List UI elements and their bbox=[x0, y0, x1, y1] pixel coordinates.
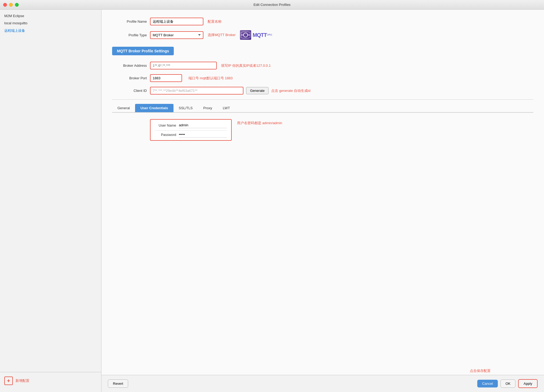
broker-address-label: Broker Address bbox=[112, 64, 147, 68]
sidebar-item-remote-device[interactable]: 远程端上设备 bbox=[0, 27, 101, 35]
traffic-lights bbox=[3, 3, 19, 7]
content-area: Profile Name 配置名称 Profile Type MQTT Brok… bbox=[101, 10, 544, 392]
broker-address-input[interactable] bbox=[150, 62, 217, 69]
broker-address-row: Broker Address 填写IP 你的真实IP或者127.0.0.1 bbox=[112, 62, 533, 69]
bottom-bar: Revert Cancel OK Apply bbox=[101, 375, 544, 392]
credentials-annotation: 用户名密码都是 admin/admin bbox=[237, 121, 282, 126]
add-profile-label: 新增配置 bbox=[15, 378, 29, 383]
cancel-button[interactable]: Cancel bbox=[477, 380, 498, 387]
broker-port-annotation: 端口号 mqtt默认端口号 1883 bbox=[188, 76, 232, 81]
profile-type-label: Profile Type bbox=[112, 33, 147, 37]
tab-lwt[interactable]: LWT bbox=[218, 104, 235, 112]
generate-annotation: 点击 generate 自动生成id bbox=[271, 88, 310, 93]
mqtt-text-group: MQTTORG bbox=[253, 32, 272, 38]
client-id-input[interactable] bbox=[150, 87, 243, 95]
mqtt-logo-icon bbox=[240, 30, 251, 40]
mqtt-text: MQTT bbox=[253, 32, 267, 38]
window-title: Edit Connection Profiles bbox=[254, 3, 291, 7]
mqtt-org: ORG bbox=[267, 33, 272, 36]
username-label: User Name bbox=[155, 123, 176, 127]
title-bar: Edit Connection Profiles bbox=[0, 0, 544, 10]
username-input[interactable] bbox=[179, 122, 227, 128]
sidebar-item-m2m-eclipse[interactable]: M2M Eclipse bbox=[0, 12, 101, 19]
minimize-button[interactable] bbox=[9, 3, 13, 7]
password-label: Password bbox=[155, 133, 176, 137]
close-button[interactable] bbox=[3, 3, 7, 7]
client-id-row: Client ID Generate 点击 generate 自动生成id bbox=[112, 87, 533, 95]
section-divider bbox=[112, 99, 533, 100]
generate-button[interactable]: Generate bbox=[246, 87, 269, 94]
sidebar: M2M Eclipse local mosquitto 远程端上设备 + 新增配… bbox=[0, 10, 101, 392]
sidebar-item-local-mosquitto[interactable]: local mosquitto bbox=[0, 19, 101, 27]
section-header: MQTT Broker Profile Settings bbox=[112, 47, 174, 55]
credentials-row: User Name Password 用户名密码都是 admin/admin bbox=[112, 119, 533, 141]
profile-name-label: Profile Name bbox=[112, 19, 147, 23]
credentials-separator bbox=[155, 130, 227, 131]
client-id-label: Client ID bbox=[112, 89, 147, 93]
broker-address-annotation: 填写IP 你的真实IP或者127.0.0.1 bbox=[221, 63, 271, 68]
broker-port-label: Broker Port bbox=[112, 76, 147, 80]
credentials-box: User Name Password bbox=[150, 119, 232, 141]
bottom-bar-left: Revert bbox=[108, 379, 128, 388]
main-container: M2M Eclipse local mosquitto 远程端上设备 + 新增配… bbox=[0, 10, 544, 392]
profile-type-row: Profile Type MQTT Broker MQTT Subscriber… bbox=[112, 30, 533, 40]
tab-ssl-tls[interactable]: SSL/TLS bbox=[174, 104, 198, 112]
tab-proxy[interactable]: Proxy bbox=[198, 104, 218, 112]
broker-port-input[interactable] bbox=[150, 74, 182, 82]
maximize-button[interactable] bbox=[15, 3, 19, 7]
profile-name-input[interactable] bbox=[150, 18, 203, 25]
tab-general[interactable]: General bbox=[112, 104, 135, 112]
save-annotation: 点击保存配置 bbox=[470, 369, 491, 373]
mqtt-logo: MQTTORG bbox=[240, 30, 272, 40]
mqtt-logo-graphic: MQTTORG bbox=[240, 30, 272, 40]
password-input[interactable] bbox=[179, 132, 227, 138]
profile-type-select[interactable]: MQTT Broker MQTT Subscriber bbox=[150, 31, 203, 39]
tabs-container: General User Credentials SSL/TLS Proxy L… bbox=[112, 104, 533, 113]
add-profile-button[interactable]: + bbox=[4, 377, 13, 385]
revert-button[interactable]: Revert bbox=[108, 379, 128, 388]
profile-name-annotation: 配置名称 bbox=[208, 19, 222, 24]
tab-user-credentials[interactable]: User Credentials bbox=[135, 104, 173, 112]
broker-port-row: Broker Port 端口号 mqtt默认端口号 1883 bbox=[112, 74, 533, 82]
apply-button[interactable]: Apply bbox=[518, 379, 538, 388]
username-row: User Name bbox=[155, 122, 227, 128]
ok-button[interactable]: OK bbox=[500, 379, 516, 388]
profile-type-annotation: 选择MQTT Broker bbox=[208, 33, 236, 37]
password-row: Password bbox=[155, 132, 227, 138]
sidebar-footer: + 新增配置 bbox=[0, 372, 101, 389]
profile-name-row: Profile Name 配置名称 bbox=[112, 18, 533, 25]
